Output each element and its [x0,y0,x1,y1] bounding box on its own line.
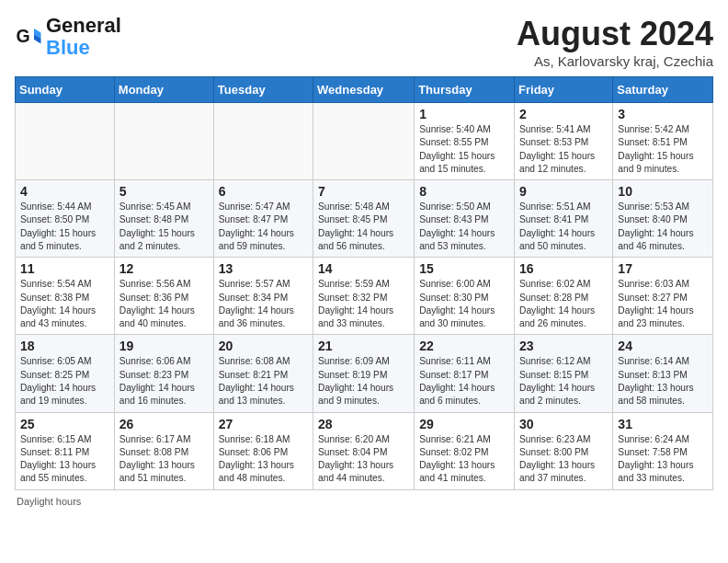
day-info: Sunrise: 6:11 AM Sunset: 8:17 PM Dayligh… [419,355,509,408]
day-info: Sunrise: 6:15 AM Sunset: 8:11 PM Dayligh… [20,433,109,486]
calendar-cell: 7Sunrise: 5:48 AM Sunset: 8:45 PM Daylig… [313,180,415,258]
calendar-week-2: 4Sunrise: 5:44 AM Sunset: 8:50 PM Daylig… [16,180,713,258]
calendar-cell [16,103,115,180]
calendar-cell: 20Sunrise: 6:08 AM Sunset: 8:21 PM Dayli… [213,335,313,412]
calendar-cell: 6Sunrise: 5:47 AM Sunset: 8:47 PM Daylig… [213,180,313,258]
calendar-table: SundayMondayTuesdayWednesdayThursdayFrid… [15,76,713,490]
day-info: Sunrise: 6:02 AM Sunset: 8:28 PM Dayligh… [519,278,608,330]
day-info: Sunrise: 6:18 AM Sunset: 8:06 PM Dayligh… [219,433,308,486]
day-number: 29 [419,417,509,431]
day-number: 30 [519,417,608,431]
calendar-cell: 19Sunrise: 6:06 AM Sunset: 8:23 PM Dayli… [114,335,213,412]
calendar-cell: 11Sunrise: 5:54 AM Sunset: 8:38 PM Dayli… [16,258,115,335]
day-info: Sunrise: 6:23 AM Sunset: 8:00 PM Dayligh… [519,433,608,486]
calendar-cell: 10Sunrise: 5:53 AM Sunset: 8:40 PM Dayli… [613,180,713,258]
day-info: Sunrise: 6:21 AM Sunset: 8:02 PM Dayligh… [419,433,509,486]
col-header-friday: Friday [515,77,613,103]
calendar-cell: 18Sunrise: 6:05 AM Sunset: 8:25 PM Dayli… [16,335,115,412]
day-number: 10 [618,184,708,199]
day-info: Sunrise: 6:05 AM Sunset: 8:25 PM Dayligh… [20,355,109,408]
day-info: Sunrise: 6:03 AM Sunset: 8:27 PM Dayligh… [618,278,708,330]
day-number: 9 [519,184,608,199]
calendar-cell [313,103,415,180]
day-number: 14 [318,261,409,276]
calendar-header-row: SundayMondayTuesdayWednesdayThursdayFrid… [16,77,713,103]
calendar-cell: 31Sunrise: 6:24 AM Sunset: 7:58 PM Dayli… [613,412,713,489]
calendar-cell: 21Sunrise: 6:09 AM Sunset: 8:19 PM Dayli… [313,335,415,412]
day-info: Sunrise: 5:59 AM Sunset: 8:32 PM Dayligh… [318,278,409,330]
day-number: 28 [318,417,409,431]
day-number: 4 [20,184,109,199]
col-header-monday: Monday [114,77,213,103]
calendar-cell: 15Sunrise: 6:00 AM Sunset: 8:30 PM Dayli… [415,258,515,335]
calendar-cell: 17Sunrise: 6:03 AM Sunset: 8:27 PM Dayli… [613,258,713,335]
day-info: Sunrise: 5:42 AM Sunset: 8:51 PM Dayligh… [618,123,708,176]
calendar-cell: 29Sunrise: 6:21 AM Sunset: 8:02 PM Dayli… [415,412,515,489]
calendar-week-4: 18Sunrise: 6:05 AM Sunset: 8:25 PM Dayli… [16,335,713,412]
day-number: 8 [419,184,509,199]
day-number: 2 [519,107,608,121]
day-number: 25 [20,417,109,431]
day-number: 24 [618,339,708,353]
col-header-sunday: Sunday [16,77,115,103]
logo-line1: General [46,15,121,37]
calendar-cell: 25Sunrise: 6:15 AM Sunset: 8:11 PM Dayli… [16,412,115,489]
day-number: 5 [119,184,209,199]
day-info: Sunrise: 5:45 AM Sunset: 8:48 PM Dayligh… [119,201,209,253]
calendar-week-5: 25Sunrise: 6:15 AM Sunset: 8:11 PM Dayli… [16,412,713,489]
day-info: Sunrise: 6:00 AM Sunset: 8:30 PM Dayligh… [419,278,509,330]
calendar-cell: 12Sunrise: 5:56 AM Sunset: 8:36 PM Dayli… [114,258,213,335]
day-number: 31 [618,417,708,431]
day-info: Sunrise: 6:14 AM Sunset: 8:13 PM Dayligh… [618,355,708,408]
day-number: 6 [219,184,308,199]
calendar-cell: 1Sunrise: 5:40 AM Sunset: 8:55 PM Daylig… [415,103,515,180]
day-info: Sunrise: 6:12 AM Sunset: 8:15 PM Dayligh… [519,355,608,408]
day-number: 3 [618,107,708,121]
day-info: Sunrise: 6:09 AM Sunset: 8:19 PM Dayligh… [318,355,409,408]
header: G General Blue August 2024 As, Karlovars… [15,15,713,69]
calendar-cell: 3Sunrise: 5:42 AM Sunset: 8:51 PM Daylig… [613,103,713,180]
day-number: 13 [219,261,308,276]
logo-text: General Blue [46,15,121,59]
calendar-cell: 28Sunrise: 6:20 AM Sunset: 8:04 PM Dayli… [313,412,415,489]
footer-note: Daylight hours [15,496,713,507]
calendar-cell: 23Sunrise: 6:12 AM Sunset: 8:15 PM Dayli… [515,335,613,412]
location-subtitle: As, Karlovarsky kraj, Czechia [517,53,713,69]
day-info: Sunrise: 5:47 AM Sunset: 8:47 PM Dayligh… [219,201,308,253]
day-number: 21 [318,339,409,353]
day-number: 12 [119,261,209,276]
logo-icon: G [15,23,42,51]
calendar-week-1: 1Sunrise: 5:40 AM Sunset: 8:55 PM Daylig… [16,103,713,180]
day-info: Sunrise: 5:54 AM Sunset: 8:38 PM Dayligh… [20,278,109,330]
day-info: Sunrise: 6:24 AM Sunset: 7:58 PM Dayligh… [618,433,708,486]
page: G General Blue August 2024 As, Karlovars… [0,0,728,514]
day-number: 17 [618,261,708,276]
calendar-cell: 16Sunrise: 6:02 AM Sunset: 8:28 PM Dayli… [515,258,613,335]
logo-line2: Blue [46,36,90,59]
day-info: Sunrise: 5:44 AM Sunset: 8:50 PM Dayligh… [20,201,109,253]
day-number: 11 [20,261,109,276]
title-block: August 2024 As, Karlovarsky kraj, Czechi… [517,15,713,69]
calendar-cell: 27Sunrise: 6:18 AM Sunset: 8:06 PM Dayli… [213,412,313,489]
day-number: 18 [20,339,109,353]
calendar-cell: 24Sunrise: 6:14 AM Sunset: 8:13 PM Dayli… [613,335,713,412]
calendar-cell: 26Sunrise: 6:17 AM Sunset: 8:08 PM Dayli… [114,412,213,489]
day-number: 19 [119,339,209,353]
day-info: Sunrise: 5:40 AM Sunset: 8:55 PM Dayligh… [419,123,509,176]
day-number: 15 [419,261,509,276]
calendar-cell [114,103,213,180]
calendar-cell: 8Sunrise: 5:50 AM Sunset: 8:43 PM Daylig… [415,180,515,258]
day-number: 23 [519,339,608,353]
day-number: 27 [219,417,308,431]
col-header-saturday: Saturday [613,77,713,103]
day-info: Sunrise: 5:57 AM Sunset: 8:34 PM Dayligh… [219,278,308,330]
calendar-cell: 9Sunrise: 5:51 AM Sunset: 8:41 PM Daylig… [515,180,613,258]
day-info: Sunrise: 6:08 AM Sunset: 8:21 PM Dayligh… [219,355,308,408]
day-number: 20 [219,339,308,353]
day-number: 1 [419,107,509,121]
calendar-cell: 2Sunrise: 5:41 AM Sunset: 8:53 PM Daylig… [515,103,613,180]
day-info: Sunrise: 6:06 AM Sunset: 8:23 PM Dayligh… [119,355,209,408]
day-info: Sunrise: 5:53 AM Sunset: 8:40 PM Dayligh… [618,201,708,253]
calendar-cell [213,103,313,180]
day-info: Sunrise: 5:56 AM Sunset: 8:36 PM Dayligh… [119,278,209,330]
